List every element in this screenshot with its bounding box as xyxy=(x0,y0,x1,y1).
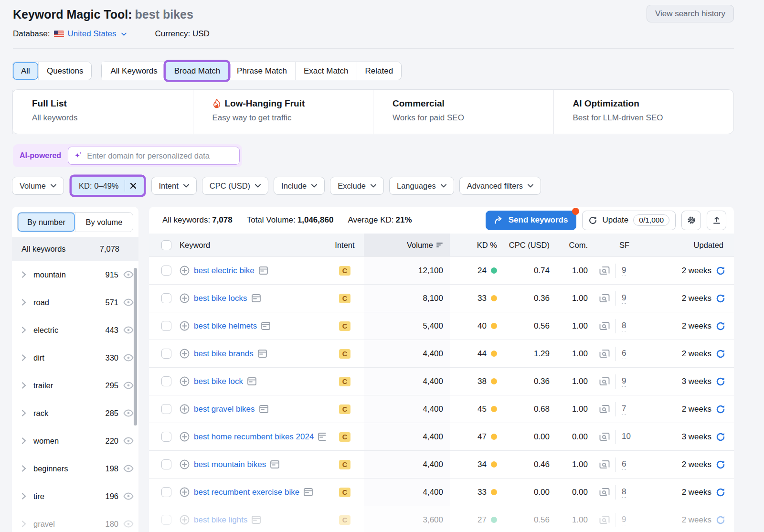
serp-features-icon[interactable] xyxy=(259,405,268,413)
tab[interactable]: Questions xyxy=(38,62,92,80)
add-keyword-icon[interactable] xyxy=(180,293,190,303)
col-volume[interactable]: Volume xyxy=(364,234,450,256)
keyword-group-item[interactable]: rack 285 xyxy=(12,399,138,427)
sf-count[interactable]: 10 xyxy=(622,432,631,442)
intent-badge[interactable]: C xyxy=(339,321,350,331)
eye-icon[interactable] xyxy=(123,271,134,278)
keyword-group-item[interactable]: dirt 330 xyxy=(12,344,138,372)
add-keyword-icon[interactable] xyxy=(180,376,190,386)
chevron-right-icon[interactable] xyxy=(21,382,26,389)
keyword-group-item[interactable]: beginners 198 xyxy=(12,455,138,482)
settings-button[interactable] xyxy=(681,211,701,230)
tab[interactable]: Phrase Match xyxy=(228,62,295,80)
serp-preview-icon[interactable] xyxy=(599,515,610,524)
database-selector[interactable]: United States xyxy=(68,29,117,39)
row-checkbox[interactable] xyxy=(161,266,171,276)
all-keywords-row[interactable]: All keywords 7,078 xyxy=(12,237,138,261)
row-checkbox[interactable] xyxy=(161,349,171,359)
eye-icon[interactable] xyxy=(123,326,134,334)
preset-card[interactable]: AI Optimization Best for LLM-driven SEO xyxy=(553,90,734,134)
chevron-right-icon[interactable] xyxy=(21,299,26,306)
sf-count[interactable]: 9 xyxy=(622,266,626,276)
add-keyword-icon[interactable] xyxy=(180,266,190,276)
add-keyword-icon[interactable] xyxy=(180,432,190,442)
tab[interactable]: Broad Match xyxy=(166,62,228,80)
col-cpc[interactable]: CPC (USD) xyxy=(505,241,557,250)
update-button[interactable]: Update 0/1,000 xyxy=(582,211,676,230)
keyword-group-item[interactable]: gravel 180 xyxy=(12,510,138,532)
tab[interactable]: Related xyxy=(357,62,402,80)
serp-preview-icon[interactable] xyxy=(599,432,610,441)
sf-count[interactable]: 9 xyxy=(622,515,626,525)
refresh-keyword-icon[interactable] xyxy=(716,321,725,331)
serp-preview-icon[interactable] xyxy=(599,294,610,303)
export-button[interactable] xyxy=(707,211,726,230)
chevron-right-icon[interactable] xyxy=(21,493,26,500)
close-icon[interactable] xyxy=(130,182,137,189)
filter-button[interactable]: Advanced filters xyxy=(459,177,541,195)
intent-badge[interactable]: C xyxy=(339,460,350,469)
row-checkbox[interactable] xyxy=(161,487,171,497)
refresh-keyword-icon[interactable] xyxy=(716,488,725,497)
preset-card[interactable]: Full List All keywords xyxy=(12,90,193,134)
add-keyword-icon[interactable] xyxy=(180,487,190,497)
view-search-history-button[interactable]: View search history xyxy=(647,5,734,22)
serp-features-icon[interactable] xyxy=(247,377,256,385)
serp-preview-icon[interactable] xyxy=(599,349,610,358)
eye-icon[interactable] xyxy=(123,437,134,445)
sf-count[interactable]: 8 xyxy=(622,487,626,498)
sf-count[interactable]: 8 xyxy=(622,321,626,331)
col-intent[interactable]: Intent xyxy=(326,241,364,250)
add-keyword-icon[interactable] xyxy=(180,515,190,525)
intent-badge[interactable]: C xyxy=(339,432,350,442)
col-com[interactable]: Com. xyxy=(557,241,595,250)
row-checkbox[interactable] xyxy=(161,376,171,386)
serp-preview-icon[interactable] xyxy=(599,266,610,275)
serp-preview-icon[interactable] xyxy=(599,404,610,414)
filter-button[interactable]: Exclude xyxy=(330,177,384,195)
preset-card[interactable]: Commercial Works for paid SEO xyxy=(373,90,553,134)
eye-icon[interactable] xyxy=(123,465,134,472)
keyword-link[interactable]: best bike helmets xyxy=(194,321,257,331)
refresh-keyword-icon[interactable] xyxy=(716,432,725,442)
sf-count[interactable]: 9 xyxy=(622,293,626,304)
chevron-right-icon[interactable] xyxy=(21,327,26,333)
eye-icon[interactable] xyxy=(123,409,134,417)
col-keyword[interactable]: Keyword xyxy=(180,241,326,250)
serp-features-icon[interactable] xyxy=(252,516,261,524)
keyword-link[interactable]: best home recumbent bikes 2024 xyxy=(194,432,314,442)
refresh-keyword-icon[interactable] xyxy=(716,515,725,525)
chevron-right-icon[interactable] xyxy=(21,410,26,416)
filter-button[interactable]: KD: 0–49% xyxy=(72,177,143,195)
row-checkbox[interactable] xyxy=(161,515,171,525)
eye-icon[interactable] xyxy=(123,298,134,306)
serp-preview-icon[interactable] xyxy=(599,321,610,330)
col-updated[interactable]: Updated xyxy=(646,241,734,250)
refresh-keyword-icon[interactable] xyxy=(716,460,725,469)
chevron-right-icon[interactable] xyxy=(21,271,26,278)
keyword-link[interactable]: best electric bike xyxy=(194,266,255,276)
tab[interactable]: All Keywords xyxy=(102,62,165,80)
row-checkbox[interactable] xyxy=(161,321,171,331)
row-checkbox[interactable] xyxy=(161,432,171,442)
sort-toggle-option[interactable]: By number xyxy=(18,213,75,232)
serp-features-icon[interactable] xyxy=(258,350,267,358)
intent-badge[interactable]: C xyxy=(339,266,350,276)
filter-button[interactable]: Include xyxy=(274,177,325,195)
row-checkbox[interactable] xyxy=(161,404,171,414)
keyword-link[interactable]: best gravel bikes xyxy=(194,404,255,414)
sort-toggle-option[interactable]: By volume xyxy=(75,213,133,232)
refresh-keyword-icon[interactable] xyxy=(716,266,725,276)
chevron-down-icon[interactable] xyxy=(121,32,127,36)
intent-badge[interactable]: C xyxy=(339,488,350,497)
keyword-link[interactable]: best bike lock xyxy=(194,377,243,386)
serp-preview-icon[interactable] xyxy=(599,377,610,386)
intent-badge[interactable]: C xyxy=(339,377,350,386)
filter-button[interactable]: Volume xyxy=(12,177,64,195)
sf-count[interactable]: 6 xyxy=(622,459,626,470)
filter-button[interactable]: Languages xyxy=(389,177,454,195)
eye-icon[interactable] xyxy=(123,354,134,362)
serp-features-icon[interactable] xyxy=(261,322,270,330)
col-kd[interactable]: KD % xyxy=(450,241,505,250)
add-keyword-icon[interactable] xyxy=(180,404,190,414)
